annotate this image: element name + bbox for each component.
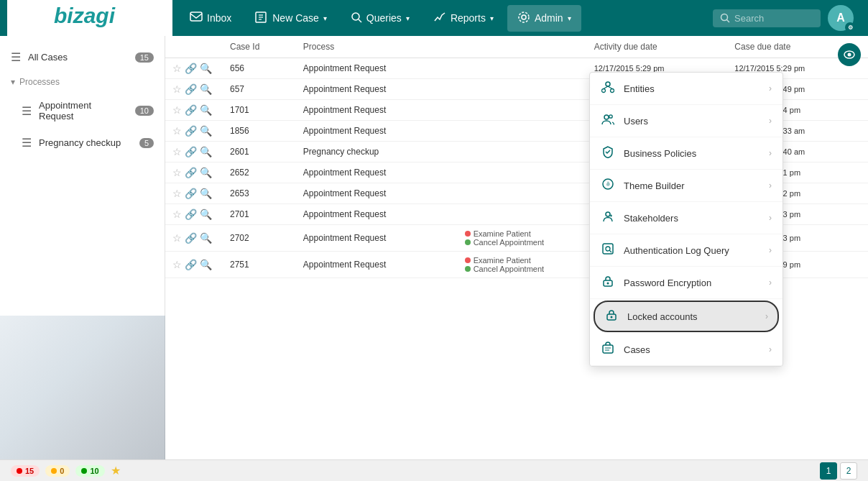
case-id-cell[interactable]: 2652 <box>223 162 296 183</box>
star-icon[interactable]: ☆ <box>172 125 182 137</box>
dropdown-item-password[interactable]: Password Encryption › <box>590 267 782 299</box>
dropdown-item-entities[interactable]: Entities › <box>590 73 782 105</box>
star-icon[interactable]: ☆ <box>172 188 182 199</box>
status-chip-green[interactable]: 10 <box>75 465 104 477</box>
link-icon[interactable]: 🔗 <box>185 125 197 137</box>
search-row-icon[interactable]: 🔍 <box>200 83 212 95</box>
link-icon[interactable]: 🔗 <box>185 188 197 199</box>
search-row-icon[interactable]: 🔍 <box>200 63 212 74</box>
search-row-icon[interactable]: 🔍 <box>200 167 212 178</box>
case-id-cell[interactable]: 657 <box>223 79 296 100</box>
status-chip-yellow[interactable]: 0 <box>45 465 70 477</box>
background-mountain <box>0 316 165 459</box>
search-row-icon[interactable]: 🔍 <box>200 104 212 116</box>
svg-line-11 <box>727 20 730 23</box>
link-icon[interactable]: 🔗 <box>185 167 197 178</box>
star-icon[interactable]: ☆ <box>172 167 182 178</box>
nav-items: Inbox New Case ▾ Queries ▾ Reports ▾ <box>172 5 713 32</box>
sidebar-item-appointment[interactable]: ☰ Appointment Request 10 <box>0 93 165 129</box>
avatar[interactable]: A ⚙ <box>828 5 854 31</box>
activities-cell: Examine Patient Cancel Appointment <box>458 252 587 278</box>
svg-line-17 <box>604 86 608 89</box>
dropdown-item-business-policies[interactable]: Business Policies › <box>590 137 782 170</box>
link-icon[interactable]: 🔗 <box>185 232 197 244</box>
link-icon[interactable]: 🔗 <box>185 63 197 74</box>
process-cell: Appointment Request <box>296 79 458 100</box>
row-actions: ☆🔗🔍 <box>172 167 216 178</box>
case-id-cell[interactable]: 2702 <box>223 225 296 252</box>
case-id-cell[interactable]: 2701 <box>223 204 296 225</box>
dropdown-item-users[interactable]: Users › <box>590 105 782 137</box>
activities-cell <box>458 162 587 183</box>
activity-item: Examine Patient <box>465 229 580 238</box>
svg-point-10 <box>721 14 728 21</box>
reports-label: Reports <box>451 12 486 24</box>
activity-label: Examine Patient <box>474 256 531 265</box>
activity-item: Cancel Appointment <box>465 265 580 273</box>
admin-dropdown: Entities › Users › Business Policies › <box>589 72 783 367</box>
sidebar-item-pregnancy[interactable]: ☰ Pregnancy checkup 5 <box>0 129 165 157</box>
nav-inbox[interactable]: Inbox <box>180 6 241 31</box>
search-row-icon[interactable]: 🔍 <box>200 232 212 244</box>
status-chip-red[interactable]: 15 <box>11 465 40 477</box>
dropdown-item-cases[interactable]: Cases › <box>590 334 782 366</box>
row-actions: ☆🔗🔍 <box>172 83 216 95</box>
search-row-icon[interactable]: 🔍 <box>200 146 212 157</box>
case-id-cell[interactable]: 656 <box>223 58 296 79</box>
search-row-icon[interactable]: 🔍 <box>200 188 212 199</box>
search-row-icon[interactable]: 🔍 <box>200 259 212 270</box>
activities-cell <box>458 121 587 142</box>
status-dot-green <box>465 239 471 245</box>
search-row-icon[interactable]: 🔍 <box>200 209 212 220</box>
star-icon[interactable]: ☆ <box>172 83 182 95</box>
star-icon[interactable]: ☆ <box>172 232 182 244</box>
case-id-cell[interactable]: 2601 <box>223 142 296 162</box>
eye-button[interactable] <box>838 43 861 66</box>
svg-line-7 <box>359 19 361 22</box>
star-icon[interactable]: ☆ <box>172 259 182 270</box>
dropdown-item-theme-builder[interactable]: Theme Builder › <box>590 170 782 202</box>
sidebar-item-all-cases[interactable]: ☰ All Cases 15 <box>0 43 165 71</box>
page-1-button[interactable]: 1 <box>820 462 837 480</box>
content-area: Case Id Process Activity due date Case d… <box>165 36 868 459</box>
dropdown-item-auth-log[interactable]: Authentication Log Query › <box>590 234 782 267</box>
cases-icon <box>601 342 615 357</box>
link-icon[interactable]: 🔗 <box>185 83 197 95</box>
avatar-settings-icon[interactable]: ⚙ <box>845 22 855 32</box>
case-id-cell[interactable]: 1856 <box>223 121 296 142</box>
star-icon[interactable]: ☆ <box>172 104 182 116</box>
page-2-button[interactable]: 2 <box>840 462 857 480</box>
nav-queries[interactable]: Queries ▾ <box>341 6 420 31</box>
cases-label: Cases <box>624 344 760 355</box>
case-id-cell[interactable]: 2751 <box>223 252 296 278</box>
star-icon[interactable]: ☆ <box>172 63 182 74</box>
row-actions: ☆🔗🔍 <box>172 209 216 220</box>
col-process: Process <box>296 36 458 58</box>
link-icon[interactable]: 🔗 <box>185 259 197 270</box>
nav-admin[interactable]: Admin ▾ <box>507 5 581 32</box>
password-lock-icon <box>601 275 615 290</box>
nav-new-case[interactable]: New Case ▾ <box>245 6 337 31</box>
search-box[interactable]: Search <box>713 9 821 27</box>
link-icon[interactable]: 🔗 <box>185 146 197 157</box>
star-icon[interactable]: ☆ <box>172 146 182 157</box>
admin-chevron-icon: ▾ <box>568 14 571 22</box>
sidebar-processes-section[interactable]: ▾ Processes <box>0 71 165 93</box>
entities-icon <box>601 81 615 96</box>
locked-accounts-icon <box>604 308 619 324</box>
star-filter-icon[interactable]: ★ <box>111 464 121 477</box>
case-id-cell[interactable]: 2653 <box>223 183 296 204</box>
dropdown-item-locked-accounts[interactable]: Locked accounts › <box>594 301 779 332</box>
entities-arrow-icon: › <box>769 83 772 93</box>
case-id-cell[interactable]: 1701 <box>223 100 296 121</box>
all-cases-badge: 15 <box>135 52 154 63</box>
activities-cell <box>458 58 587 79</box>
search-row-icon[interactable]: 🔍 <box>200 125 212 137</box>
dropdown-item-stakeholders[interactable]: Stakeholders › <box>590 202 782 234</box>
star-icon[interactable]: ☆ <box>172 209 182 220</box>
link-icon[interactable]: 🔗 <box>185 104 197 116</box>
row-actions: ☆🔗🔍 <box>172 259 216 270</box>
locked-accounts-arrow-icon: › <box>765 311 768 321</box>
nav-reports[interactable]: Reports ▾ <box>423 6 504 31</box>
link-icon[interactable]: 🔗 <box>185 209 197 220</box>
